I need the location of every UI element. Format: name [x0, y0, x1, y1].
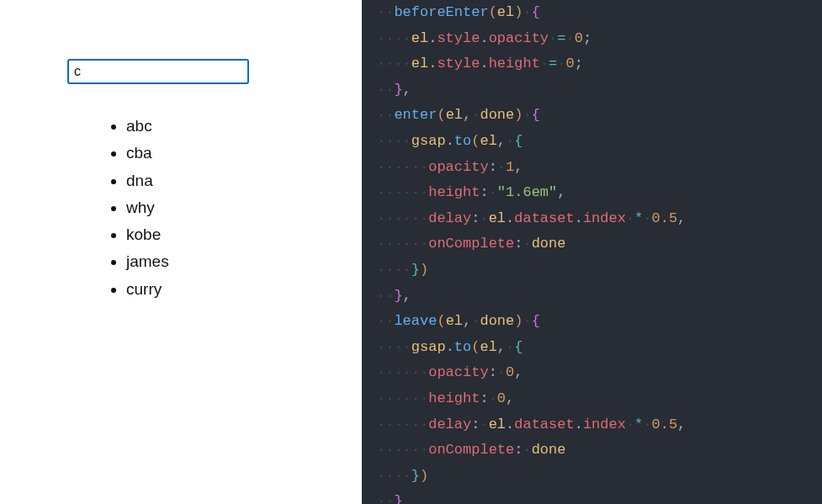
- list-item: why: [126, 194, 362, 221]
- filter-input[interactable]: [67, 59, 249, 84]
- results-list: abc cba dna why kobe james curry: [126, 113, 362, 303]
- list-item: curry: [126, 276, 362, 303]
- code-editor[interactable]: ··beforeEnter(el)·{ ····el.style.opacity…: [362, 0, 822, 504]
- list-item: kobe: [126, 221, 362, 248]
- list-item: james: [126, 248, 362, 275]
- demo-panel: abc cba dna why kobe james curry: [0, 0, 362, 504]
- list-item: dna: [126, 167, 362, 194]
- list-item: cba: [126, 140, 362, 167]
- list-item: abc: [126, 113, 362, 140]
